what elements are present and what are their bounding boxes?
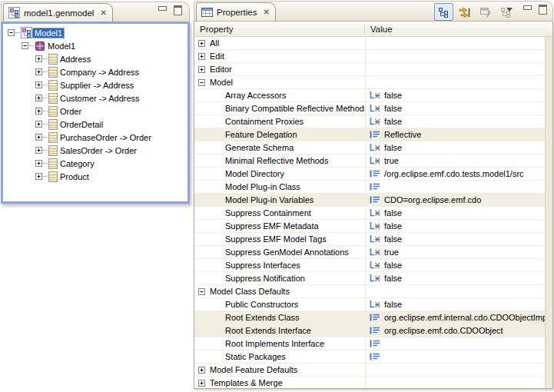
- expand-toggle-icon[interactable]: [35, 68, 42, 75]
- tree-item-label[interactable]: Supplier -> Address: [58, 80, 136, 91]
- properties-category-row[interactable]: Model Class Defaults: [194, 285, 552, 298]
- tree-item-label[interactable]: Product: [58, 171, 91, 182]
- property-name-cell[interactable]: Model Feature Defaults: [194, 364, 365, 376]
- property-name-cell[interactable]: Array Accessors: [194, 89, 365, 101]
- property-name-cell[interactable]: Binary Compatible Reflective Methods: [194, 102, 365, 115]
- property-value-cell[interactable]: [365, 337, 552, 350]
- tree-item[interactable]: Product: [3, 170, 187, 183]
- property-name-cell[interactable]: Templates & Merge: [194, 377, 365, 389]
- property-value-cell[interactable]: [365, 181, 552, 193]
- properties-row[interactable]: Suppress Notificationfalse: [194, 272, 552, 285]
- properties-row[interactable]: Suppress Containmentfalse: [194, 207, 552, 220]
- property-value-cell[interactable]: false: [365, 220, 552, 232]
- property-name-cell[interactable]: Model Plug-in Class: [194, 181, 365, 193]
- expand-toggle-icon[interactable]: [198, 53, 205, 60]
- table-column-header[interactable]: Property Value: [194, 22, 552, 37]
- property-name-cell[interactable]: Root Extends Interface: [194, 324, 365, 337]
- maximize-button[interactable]: [172, 5, 183, 15]
- property-value-cell[interactable]: CDO=org.eclipse.emf.cdo: [365, 194, 552, 206]
- tab-model1-genmodel[interactable]: model1.genmodel ✕: [3, 3, 113, 22]
- tree-item-label[interactable]: OrderDetail: [58, 119, 105, 130]
- properties-row[interactable]: Feature DelegationReflective: [194, 128, 552, 141]
- expand-toggle-icon[interactable]: [35, 160, 42, 167]
- property-value-cell[interactable]: [365, 285, 552, 297]
- property-name-cell[interactable]: All: [194, 37, 365, 49]
- property-value-cell[interactable]: [365, 63, 552, 75]
- tree-item-label[interactable]: Customer -> Address: [58, 93, 142, 104]
- tree-item-label[interactable]: PurchaseOrder -> Order: [58, 132, 154, 143]
- properties-category-row[interactable]: Templates & Merge: [194, 377, 552, 389]
- properties-row[interactable]: Suppress Interfacesfalse: [194, 259, 552, 272]
- property-name-cell[interactable]: Root Extends Class: [194, 311, 365, 324]
- expand-toggle-icon[interactable]: [35, 108, 42, 115]
- properties-category-row[interactable]: All: [194, 37, 552, 50]
- property-value-cell[interactable]: false: [365, 272, 552, 284]
- property-value-cell[interactable]: true: [365, 154, 552, 167]
- property-name-cell[interactable]: Edit: [194, 50, 365, 62]
- property-name-cell[interactable]: Static Packages: [194, 350, 365, 363]
- view-menu-icon[interactable]: [506, 8, 513, 12]
- tree-item[interactable]: Model1: [3, 39, 187, 52]
- property-value-cell[interactable]: Reflective: [365, 128, 552, 141]
- collapse-toggle-icon[interactable]: [22, 42, 28, 49]
- property-name-cell[interactable]: Model Directory: [194, 168, 365, 180]
- tree-item-label[interactable]: Company -> Address: [58, 67, 141, 78]
- properties-row[interactable]: Model Plug-in VariablesCDO=org.eclipse.e…: [194, 194, 552, 207]
- property-name-cell[interactable]: Suppress Containment: [194, 207, 365, 219]
- tree-item[interactable]: Company -> Address: [3, 65, 187, 78]
- tree-item-label[interactable]: Model1: [32, 28, 65, 38]
- column-header-value[interactable]: Value: [365, 25, 393, 34]
- property-value-cell[interactable]: true: [365, 246, 552, 258]
- property-value-cell[interactable]: false: [365, 102, 552, 115]
- properties-row[interactable]: Generate Schemafalse: [194, 141, 552, 154]
- maximize-button[interactable]: [537, 5, 548, 14]
- properties-row[interactable]: Minimal Reflective Methodstrue: [194, 154, 552, 168]
- tree-item[interactable]: OrderDetail: [3, 118, 187, 131]
- property-name-cell[interactable]: Minimal Reflective Methods: [194, 154, 365, 167]
- property-name-cell[interactable]: Containment Proxies: [194, 115, 365, 128]
- properties-row[interactable]: Binary Compatible Reflective Methodsfals…: [194, 102, 552, 115]
- expand-toggle-icon[interactable]: [35, 55, 42, 62]
- properties-row[interactable]: Model Plug-in Class: [194, 181, 552, 194]
- properties-row[interactable]: Suppress GenModel Annotationstrue: [194, 246, 552, 259]
- properties-row[interactable]: Static Packages: [194, 350, 552, 364]
- tree-item-label[interactable]: Model1: [45, 41, 78, 51]
- properties-row[interactable]: Public Constructorsfalse: [194, 298, 552, 311]
- property-name-cell[interactable]: Root Implements Interface: [194, 337, 365, 350]
- close-icon[interactable]: ✕: [100, 9, 106, 17]
- property-value-cell[interactable]: [365, 350, 552, 363]
- show-tree-button[interactable]: [434, 3, 453, 21]
- property-value-cell[interactable]: [365, 50, 552, 62]
- tree-item-label[interactable]: Category: [58, 158, 97, 169]
- properties-category-row[interactable]: Editor: [194, 63, 552, 76]
- property-value-cell[interactable]: [365, 76, 552, 88]
- property-value-cell[interactable]: [365, 364, 552, 376]
- property-name-cell[interactable]: Model: [194, 76, 365, 88]
- property-value-cell[interactable]: false: [365, 259, 552, 271]
- tree-item[interactable]: Supplier -> Address: [3, 78, 187, 91]
- property-name-cell[interactable]: Suppress GenModel Annotations: [194, 246, 365, 258]
- properties-row[interactable]: Root Implements Interface: [194, 337, 552, 350]
- properties-row[interactable]: Root Extends Interfaceorg.eclipse.emf.cd…: [194, 324, 552, 337]
- expand-toggle-icon[interactable]: [35, 134, 42, 141]
- properties-category-row[interactable]: Edit: [194, 50, 552, 63]
- expand-toggle-icon[interactable]: [35, 81, 42, 88]
- tree-item[interactable]: Model1: [3, 26, 187, 39]
- tree-item[interactable]: Address: [3, 52, 187, 65]
- property-name-cell[interactable]: Model Plug-in Variables: [194, 194, 365, 206]
- properties-row[interactable]: Root Extends Classorg.eclipse.emf.intern…: [194, 311, 552, 324]
- properties-row[interactable]: Containment Proxiesfalse: [194, 115, 552, 128]
- tree-item[interactable]: PurchaseOrder -> Order: [3, 131, 187, 144]
- expand-toggle-icon[interactable]: [35, 121, 42, 128]
- properties-row[interactable]: Suppress EMF Metadatafalse: [194, 220, 552, 233]
- show-advanced-properties-button[interactable]: [455, 3, 474, 21]
- property-value-cell[interactable]: [365, 377, 552, 389]
- tab-properties[interactable]: Properties ✕: [196, 2, 276, 21]
- property-value-cell[interactable]: false: [365, 298, 552, 311]
- property-name-cell[interactable]: Suppress EMF Metadata: [194, 220, 365, 232]
- expand-toggle-icon[interactable]: [35, 95, 42, 101]
- properties-row[interactable]: Suppress EMF Model Tagsfalse: [194, 233, 552, 246]
- property-name-cell[interactable]: Public Constructors: [194, 298, 365, 311]
- close-icon[interactable]: ✕: [263, 8, 269, 16]
- minimize-button[interactable]: [157, 5, 168, 15]
